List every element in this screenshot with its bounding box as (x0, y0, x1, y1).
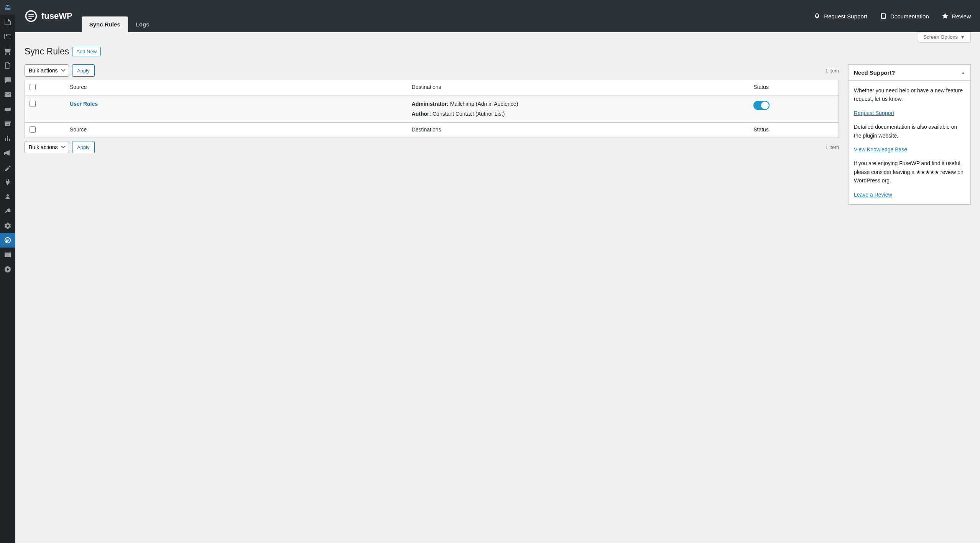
apply-button-top[interactable]: Apply (72, 64, 95, 77)
select-all-top[interactable] (30, 84, 36, 90)
sidebar-mail[interactable] (0, 87, 15, 102)
sidebar-users[interactable] (0, 189, 15, 204)
screen-options-toggle[interactable]: Screen Options ▼ (918, 32, 971, 43)
select-all-bottom[interactable] (30, 126, 36, 133)
sidebar-appearance[interactable] (0, 160, 15, 175)
destination-label: Author: (412, 111, 431, 117)
request-support-link[interactable]: Request Support (813, 12, 867, 20)
header-tabs: Sync Rules Logs (82, 16, 157, 32)
page-title: Sync Rules (25, 46, 69, 57)
sidebar-pages[interactable] (0, 58, 15, 73)
tab-logs[interactable]: Logs (128, 16, 157, 32)
col-header-status[interactable]: Status (749, 80, 839, 95)
item-count-bottom: 1 item (825, 144, 839, 150)
chevron-down-icon: ▼ (960, 34, 965, 40)
row-checkbox[interactable] (30, 101, 36, 107)
sidebar-posts[interactable] (0, 15, 15, 29)
sidebar-analytics[interactable] (0, 131, 15, 146)
sync-rules-table: Source Destinations Status User Roles (25, 80, 839, 138)
destination-value: Mailchimp (Admin Audience) (450, 101, 518, 107)
col-header-destinations[interactable]: Destinations (407, 80, 749, 95)
wp-admin-sidebar (0, 0, 15, 214)
sidebar-marketing[interactable] (0, 146, 15, 160)
sidebar-tools[interactable] (0, 204, 15, 214)
knowledge-base-link[interactable]: View Knowledge Base (854, 146, 907, 153)
brand-name: fuseWP (41, 11, 72, 21)
support-text-3: If you are enjoying FuseWP and find it u… (854, 159, 965, 185)
postbox-title: Need Support? (854, 69, 895, 76)
source-link[interactable]: User Roles (70, 101, 98, 107)
svg-point-3 (26, 11, 36, 21)
review-link[interactable]: Review (941, 12, 971, 20)
sidebar-dashboard[interactable] (0, 0, 15, 15)
sidebar-comments[interactable] (0, 73, 15, 87)
status-toggle[interactable] (753, 101, 770, 110)
apply-button-bottom[interactable]: Apply (72, 141, 95, 153)
user-headset-icon (813, 12, 821, 20)
tab-sync-rules[interactable]: Sync Rules (82, 16, 128, 32)
star-icon (941, 12, 949, 20)
plugin-header: fuseWP Sync Rules Logs Request Support D… (15, 0, 980, 32)
svg-rect-0 (5, 108, 11, 111)
five-stars-icon: ★★★★★ (916, 169, 939, 175)
sidebar-media[interactable] (0, 29, 15, 44)
table-row: User Roles Administrator: Mailchimp (Adm… (25, 95, 839, 123)
documentation-link[interactable]: Documentation (880, 12, 929, 20)
destination-value: Constant Contact (Author List) (432, 111, 505, 117)
col-footer-destinations: Destinations (407, 123, 749, 138)
fusewp-logo-icon (25, 10, 38, 23)
bulk-actions-select-bottom[interactable]: Bulk actions (25, 141, 69, 153)
destination-label: Administrator: (412, 101, 449, 107)
support-postbox: Need Support? ▲ Whether you need help or… (848, 64, 971, 205)
col-header-source[interactable]: Source (65, 80, 407, 95)
support-text-1: Whether you need help or have a new feat… (854, 86, 965, 103)
leave-review-link[interactable]: Leave a Review (854, 192, 892, 198)
col-footer-source: Source (65, 123, 407, 138)
sidebar-woocommerce[interactable] (0, 102, 15, 116)
book-icon (880, 12, 887, 20)
col-footer-status: Status (749, 123, 839, 138)
add-new-button[interactable]: Add New (72, 47, 101, 56)
bulk-actions-select-top[interactable]: Bulk actions (25, 64, 69, 77)
support-text-2: Detailed documentation is also available… (854, 123, 965, 140)
sidebar-products[interactable] (0, 44, 15, 58)
request-support-inline-link[interactable]: Request Support (854, 110, 894, 116)
postbox-collapse-toggle[interactable]: ▲ (961, 71, 965, 75)
logo: fuseWP (25, 10, 72, 23)
sidebar-archive[interactable] (0, 116, 15, 131)
sidebar-plugins[interactable] (0, 175, 15, 189)
item-count-top: 1 item (825, 68, 839, 74)
